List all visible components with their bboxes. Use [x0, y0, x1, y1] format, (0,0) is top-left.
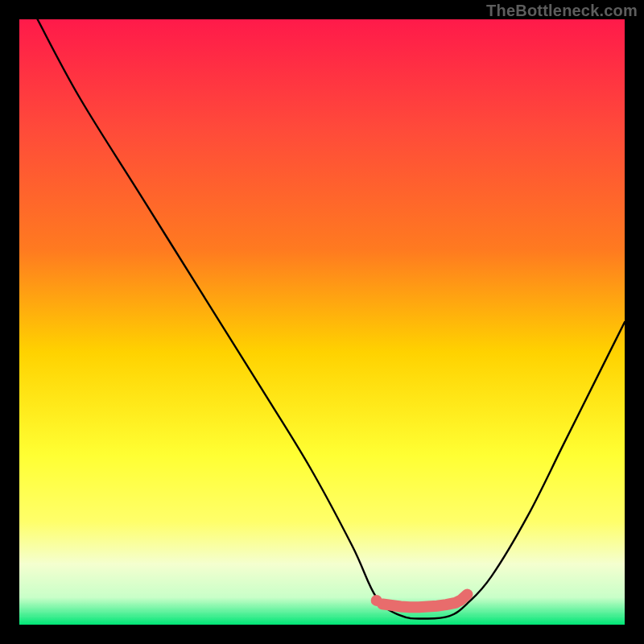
plot-area	[19, 19, 625, 625]
gradient-background	[19, 19, 625, 625]
watermark-text: TheBottleneck.com	[486, 2, 638, 20]
chart-svg	[19, 19, 625, 625]
chart-frame: TheBottleneck.com	[0, 0, 644, 644]
